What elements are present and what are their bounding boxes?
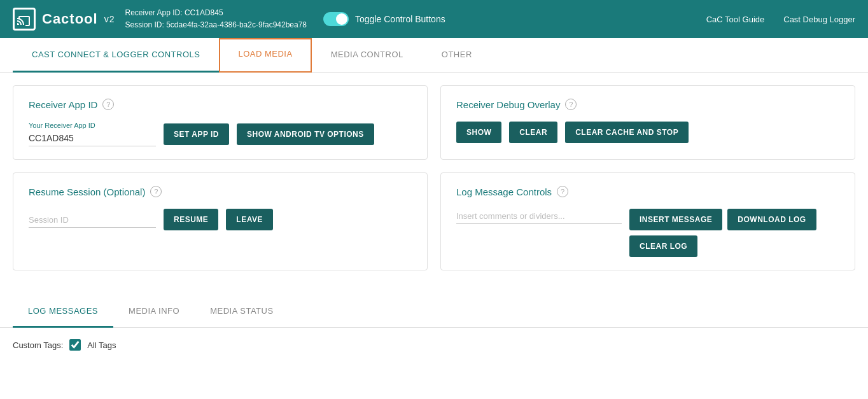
log-message-controls-body: INSERT MESSAGE DOWNLOAD LOG CLEAR LOG: [456, 209, 839, 257]
header-receiver-app-id-value: CC1AD845: [185, 8, 223, 17]
clear-cache-and-stop-button[interactable]: CLEAR CACHE AND STOP: [565, 122, 689, 143]
logo-version: v2: [104, 14, 115, 24]
header-app-info: Receiver App ID: CC1AD845 Session ID: 5c…: [125, 7, 307, 31]
bottom-tab-log-messages[interactable]: LOG MESSAGES: [13, 296, 113, 328]
session-id-input[interactable]: [29, 212, 156, 228]
bottom-tabs: LOG MESSAGES MEDIA INFO MEDIA STATUS: [0, 296, 868, 328]
tab-load-media[interactable]: LOAD MEDIA: [219, 38, 311, 73]
receiver-app-id-card: Receiver App ID ? Your Receiver App ID S…: [13, 85, 428, 160]
cards-grid: Receiver App ID ? Your Receiver App ID S…: [13, 85, 855, 270]
log-buttons-row-1: INSERT MESSAGE DOWNLOAD LOG: [629, 209, 816, 230]
tab-other[interactable]: OTHER: [423, 38, 491, 73]
resume-session-body: RESUME LEAVE: [29, 209, 412, 230]
log-comment-input[interactable]: [456, 209, 622, 224]
receiver-app-id-body: Your Receiver App ID SET APP ID SHOW AND…: [29, 122, 412, 146]
log-message-help-icon[interactable]: ?: [557, 186, 568, 197]
receiver-app-id-help-icon[interactable]: ?: [102, 99, 114, 110]
log-buttons-row-2: CLEAR LOG: [629, 235, 816, 257]
main-tabs: CAST CONNECT & LOGGER CONTROLS LOAD MEDI…: [0, 38, 868, 73]
logo-text: Cactool: [42, 11, 98, 27]
log-message-controls-title: Log Message Controls ?: [456, 186, 839, 197]
header-session-id-value: 5cdae4fa-32aa-4386-ba2c-9fac942bea78: [166, 20, 307, 29]
receiver-debug-overlay-body: SHOW CLEAR CLEAR CACHE AND STOP: [456, 122, 839, 143]
custom-tags-section: Custom Tags: All Tags: [0, 328, 868, 362]
toggle-label: Toggle Control Buttons: [355, 14, 445, 24]
receiver-debug-overlay-title: Receiver Debug Overlay ?: [456, 99, 839, 110]
receiver-app-id-input[interactable]: [29, 130, 156, 146]
resume-session-title: Resume Session (Optional) ?: [29, 186, 412, 197]
header-nav: CaC Tool Guide Cast Debug Logger: [706, 15, 855, 24]
app-header: Cactool v2 Receiver App ID: CC1AD845 Ses…: [0, 0, 868, 38]
set-app-id-button[interactable]: SET APP ID: [164, 123, 229, 145]
resume-session-help-icon[interactable]: ?: [150, 186, 162, 197]
clear-debug-button[interactable]: CLEAR: [509, 122, 557, 143]
toggle-section: Toggle Control Buttons: [323, 12, 445, 26]
cac-tool-guide-link[interactable]: CaC Tool Guide: [706, 15, 765, 24]
receiver-app-id-input-label: Your Receiver App ID: [29, 122, 156, 129]
download-log-button[interactable]: DOWNLOAD LOG: [727, 209, 816, 230]
receiver-debug-overlay-help-icon[interactable]: ?: [565, 99, 577, 110]
resume-button[interactable]: RESUME: [164, 209, 218, 230]
tab-media-control[interactable]: MEDIA CONTROL: [312, 38, 423, 73]
header-receiver-app-id: Receiver App ID: CC1AD845: [125, 7, 307, 19]
resume-session-card: Resume Session (Optional) ? RESUME LEAVE: [13, 172, 428, 270]
clear-log-button[interactable]: CLEAR LOG: [629, 235, 697, 257]
receiver-app-id-title: Receiver App ID ?: [29, 99, 412, 110]
custom-tags-label: Custom Tags:: [13, 340, 63, 350]
show-debug-button[interactable]: SHOW: [456, 122, 501, 143]
log-message-controls-card: Log Message Controls ? INSERT MESSAGE DO…: [440, 172, 855, 270]
receiver-debug-overlay-card: Receiver Debug Overlay ? SHOW CLEAR CLEA…: [440, 85, 855, 160]
tab-cast-connect[interactable]: CAST CONNECT & LOGGER CONTROLS: [13, 38, 219, 73]
logo: Cactool v2: [13, 8, 115, 31]
all-tags-checkbox[interactable]: [69, 339, 81, 351]
all-tags-label: All Tags: [87, 340, 116, 350]
bottom-tab-media-info[interactable]: MEDIA INFO: [113, 296, 195, 328]
bottom-tab-media-status[interactable]: MEDIA STATUS: [195, 296, 288, 328]
log-buttons-group: INSERT MESSAGE DOWNLOAD LOG CLEAR LOG: [629, 209, 816, 257]
receiver-app-id-input-group: Your Receiver App ID: [29, 122, 156, 146]
header-session-id: Session ID: 5cdae4fa-32aa-4386-ba2c-9fac…: [125, 19, 307, 31]
cast-logo-icon: [13, 8, 36, 31]
toggle-control-buttons[interactable]: [323, 12, 349, 26]
main-content: Receiver App ID ? Your Receiver App ID S…: [0, 73, 868, 296]
show-android-tv-button[interactable]: SHOW ANDROID TV OPTIONS: [237, 123, 374, 145]
cast-debug-logger-link[interactable]: Cast Debug Logger: [783, 15, 855, 24]
leave-button[interactable]: LEAVE: [226, 209, 273, 230]
insert-message-button[interactable]: INSERT MESSAGE: [629, 209, 722, 230]
